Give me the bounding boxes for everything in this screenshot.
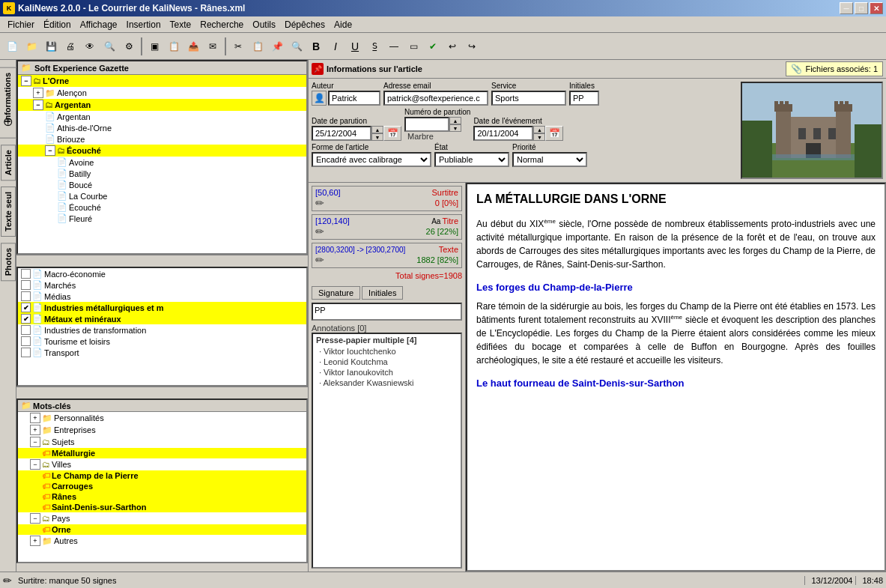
cat-marches[interactable]: 📄 Marchés xyxy=(18,279,306,291)
cat-metaux[interactable]: ✔ 📄 Métaux et minéraux xyxy=(18,313,306,324)
underline-button[interactable]: U xyxy=(346,37,364,55)
date-evenement-spinner[interactable]: ▲ ▼ xyxy=(533,126,545,141)
priorite-select[interactable]: Normal xyxy=(512,152,587,167)
cat-transport[interactable]: 📄 Transport xyxy=(18,347,306,358)
kw-lechamp[interactable]: 🏷 Le Champ de la Pierre xyxy=(18,470,306,481)
numero-up[interactable]: ▲ xyxy=(449,117,461,124)
tree-item-lacourbe[interactable]: 📄 La Courbe xyxy=(18,190,306,201)
tree-item-ecouche[interactable]: − 🗂 Écouché xyxy=(18,145,306,157)
cat-industries2[interactable]: 📄 Industries de transformation xyxy=(18,324,306,336)
texte-edit-icon[interactable]: ✏ xyxy=(315,254,324,266)
cat-scrollbar[interactable] xyxy=(16,387,308,398)
kw-entreprises[interactable]: + 📁 Entreprises xyxy=(18,424,306,436)
numero-spinner[interactable]: ▲ ▼ xyxy=(449,117,461,132)
informations-tab[interactable]: ⓘ Informations xyxy=(0,67,16,139)
expand-autres[interactable]: + xyxy=(30,536,40,546)
cb-tourisme[interactable] xyxy=(21,336,31,346)
tree-item-argentan2[interactable]: 📄 Argentan xyxy=(18,111,306,122)
email-input[interactable] xyxy=(383,91,488,106)
expand-villes[interactable]: − xyxy=(30,459,40,470)
texte-seul-tab[interactable]: Texte seul xyxy=(1,187,16,237)
tree-item-fleure[interactable]: 📄 Fleuré xyxy=(18,213,306,224)
kw-autres[interactable]: + 📁 Autres xyxy=(18,535,306,547)
cut-button[interactable]: ✂ xyxy=(229,37,247,55)
date-parution-spinner[interactable]: ▲ ▼ xyxy=(371,126,383,141)
menu-depeches[interactable]: Dépêches xyxy=(280,18,330,31)
open-button[interactable]: 📁 xyxy=(22,37,40,55)
cb-transport[interactable] xyxy=(21,348,31,357)
presse-item-0[interactable]: · Viktor Iouchtchenko xyxy=(316,346,458,357)
kw-villes[interactable]: − 🗂 Villes xyxy=(18,458,306,470)
cb-marches[interactable] xyxy=(21,280,31,290)
rect-button[interactable]: ▭ xyxy=(404,37,422,55)
numero-parution-input[interactable] xyxy=(404,117,449,132)
bold-button[interactable]: B xyxy=(307,37,325,55)
initiales-tab[interactable]: Initiales xyxy=(362,286,403,300)
close-button[interactable]: ✕ xyxy=(870,2,883,14)
presse-item-2[interactable]: · Viktor Ianoukovitch xyxy=(316,367,458,378)
date-evenement-calendar[interactable]: 📅 xyxy=(545,126,563,141)
menu-affichage[interactable]: Affichage xyxy=(76,18,122,31)
numero-down[interactable]: ▼ xyxy=(449,124,461,132)
cb-metaux[interactable]: ✔ xyxy=(21,314,31,324)
undo-button[interactable]: ↩ xyxy=(443,37,461,55)
expand-pays[interactable]: − xyxy=(30,513,40,524)
expand-entreprises[interactable]: + xyxy=(30,425,40,435)
menu-recherche[interactable]: Recherche xyxy=(195,18,248,31)
menu-texte[interactable]: Texte xyxy=(166,18,196,31)
cb-macro[interactable] xyxy=(21,269,31,279)
initiales-input[interactable] xyxy=(569,91,599,106)
btn-a[interactable]: ▣ xyxy=(145,37,163,55)
tree-item-bouce[interactable]: 📄 Boucé xyxy=(18,179,306,190)
expand-ecouche[interactable]: − xyxy=(45,145,55,156)
date-parution-input[interactable] xyxy=(312,126,371,141)
check-button[interactable]: ✔ xyxy=(424,37,442,55)
copy-button[interactable]: 📋 xyxy=(249,37,267,55)
paste-button[interactable]: 📌 xyxy=(268,37,286,55)
new-button[interactable]: 📄 xyxy=(3,37,21,55)
tree-item-ecouche2[interactable]: 📄 Écouché xyxy=(18,201,306,213)
service-input[interactable] xyxy=(491,91,566,106)
kw-sujets[interactable]: − 🗂 Sujets xyxy=(18,436,306,448)
kw-orne[interactable]: 🏷 Orne xyxy=(18,524,306,535)
presse-item-3[interactable]: · Aleksander Kwasniewski xyxy=(316,378,458,388)
options-button[interactable]: ⚙ xyxy=(120,37,138,55)
kw-carrouges[interactable]: 🏷 Carrouges xyxy=(18,481,306,491)
print-button[interactable]: 🖨 xyxy=(61,37,79,55)
menu-outils[interactable]: Outils xyxy=(248,18,280,31)
presse-item-1[interactable]: · Leonid Koutchma xyxy=(316,357,458,367)
date-evenement-input[interactable] xyxy=(473,126,533,141)
cat-macro[interactable]: 📄 Macro-économie xyxy=(18,268,306,279)
line-button[interactable]: — xyxy=(385,37,403,55)
cat-tourisme[interactable]: 📄 Tourisme et loisirs xyxy=(18,336,306,347)
tree-item-briouze[interactable]: 📄 Briouze xyxy=(18,133,306,145)
redo-button[interactable]: ↪ xyxy=(463,37,481,55)
date-evenement-up[interactable]: ▲ xyxy=(533,126,545,133)
kw-pays[interactable]: − 🗂 Pays xyxy=(18,512,306,524)
photos-tab[interactable]: Photos xyxy=(1,243,16,281)
cat-medias[interactable]: 📄 Médias xyxy=(18,291,306,302)
expand-personnalites[interactable]: + xyxy=(30,413,40,423)
cat-industries[interactable]: ✔ 📄 Industries métallurgiques et m xyxy=(18,302,306,313)
expand-lorne[interactable]: − xyxy=(21,76,31,86)
auteur-input[interactable] xyxy=(328,91,380,106)
btn-c[interactable]: 📤 xyxy=(184,37,202,55)
kw-ranes[interactable]: 🏷 Rânes xyxy=(18,491,306,502)
date-evenement-down[interactable]: ▼ xyxy=(533,133,545,141)
kw-personnalites[interactable]: + 📁 Personnalités xyxy=(18,412,306,424)
tree-item-alencon[interactable]: + 📁 Alençon xyxy=(18,87,306,99)
tree-item-avoine[interactable]: 📄 Avoine xyxy=(18,157,306,168)
tree-item-batilly[interactable]: 📄 Batilly xyxy=(18,168,306,179)
etat-select[interactable]: Publiable xyxy=(434,152,509,167)
date-parution-down[interactable]: ▼ xyxy=(371,133,383,141)
tree-item-lorne[interactable]: − 🗂 L'Orne xyxy=(18,75,306,87)
titre-edit-icon[interactable]: ✏ xyxy=(315,225,324,237)
signature-tab[interactable]: Signature xyxy=(312,286,360,300)
article-content-area[interactable]: LA MÉTALLURGIE DANS L'ORNE Au début du X… xyxy=(466,183,886,572)
kw-saintdenis[interactable]: 🏷 Saint-Denis-sur-Sarthon xyxy=(18,502,306,512)
expand-sujets[interactable]: − xyxy=(30,437,40,447)
menu-aide[interactable]: Aide xyxy=(330,18,356,31)
search-button[interactable]: 🔍 xyxy=(288,37,306,55)
save-button[interactable]: 💾 xyxy=(42,37,60,55)
article-tab[interactable]: Article xyxy=(1,145,16,181)
